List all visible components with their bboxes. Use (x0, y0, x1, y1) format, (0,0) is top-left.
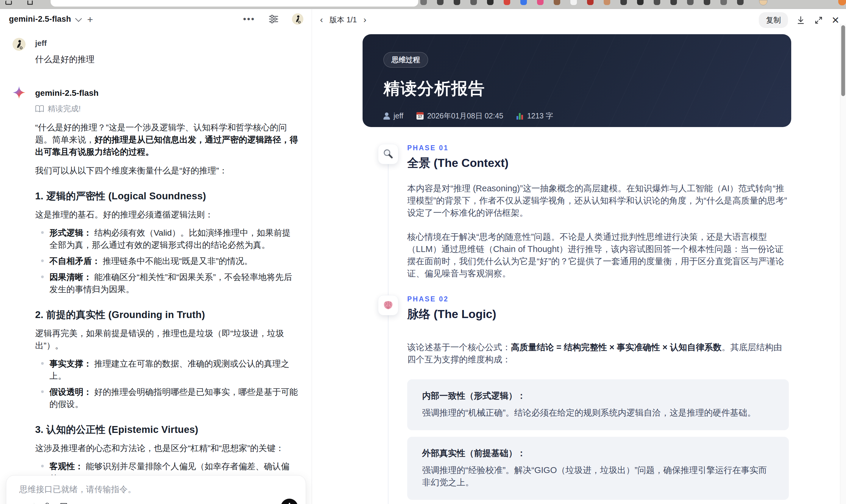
extension-icon[interactable] (504, 0, 510, 5)
tune-sliders-icon[interactable] (268, 14, 279, 24)
user-avatar[interactable] (292, 13, 303, 25)
extension-icon[interactable] (554, 0, 560, 5)
address-bar[interactable] (51, 0, 418, 6)
report-meta: jeff 2026年01月08日 02:45 1213 字 (383, 111, 770, 121)
extension-icon[interactable] (737, 0, 744, 5)
copy-button[interactable]: 复制 (759, 12, 788, 28)
report-badge: 思维过程 (383, 52, 428, 68)
close-icon[interactable]: ✕ (831, 15, 840, 26)
phase-timeline: PHASE 01 全景 (The Context) 本内容是对“推理 (Reas… (363, 144, 791, 504)
document-panel: ‹ 版本 1/1 › 复制 (312, 9, 846, 504)
list-item: 不自相矛盾： 推理链条中不能出现“既是又非”的情况。 (35, 255, 298, 267)
list-item: 事实支撑： 推理建立在可靠的数据、准确的观测或公认的真理之上。 (35, 358, 298, 382)
browser-nav-icon[interactable] (5, 1, 12, 5)
extension-icon[interactable] (687, 0, 693, 5)
phase-title: 全景 (The Context) (407, 155, 791, 171)
phase-section-1: PHASE 01 全景 (The Context) 本内容是对“推理 (Reas… (363, 144, 791, 280)
user-message-text: 什么是好的推理 (35, 53, 298, 66)
version-next-icon[interactable]: › (364, 15, 367, 25)
phase-paragraph: 本内容是对“推理 (Reasoning)”这一抽象概念的高层建模。在知识爆炸与人… (407, 182, 789, 219)
chat-panel: gemini-2.5-flash + ••• (0, 9, 312, 504)
assistant-status-text: 精读完成! (48, 103, 81, 115)
composer-placeholder: 思维接口已就绪，请传输指令。 (19, 484, 306, 495)
version-navigator: ‹ 版本 1/1 › (320, 15, 367, 25)
voice-input-button[interactable] (281, 499, 298, 504)
dimension-card-2: 外部真实性（前提基础）： 强调推理的“经验校准”。解决“GIGO（垃圾进，垃圾出… (407, 437, 789, 500)
section-intro-3: 这涉及推理者的心态和方法论，也是区分“杠精”和“思想家”的关键： (35, 442, 298, 454)
section-heading-3: 3. 认知的公正性 (Epistemic Virtues) (35, 424, 298, 436)
open-book-icon (35, 105, 44, 113)
brain-icon (378, 295, 398, 316)
sparkle-diamonds-icon[interactable] (42, 503, 52, 504)
extension-icon[interactable] (720, 0, 727, 5)
section-heading-2: 2. 前提的真实性 (Grounding in Truth) (35, 308, 298, 321)
extension-icon[interactable] (537, 0, 544, 5)
new-chat-button[interactable]: + (87, 15, 93, 24)
phase-paragraph: 核心情境在于解决“思考的随意性”问题。不论是人类通过批判性思维进行决策，还是大语… (407, 231, 789, 280)
section-heading-1: 1. 逻辑的严密性 (Logical Soundness) (35, 190, 298, 202)
meta-date: 2026年01月08日 02:45 (417, 111, 504, 121)
phase-title: 脉络 (The Logic) (407, 306, 791, 322)
extension-icon-orange[interactable] (838, 0, 846, 5)
more-options-icon[interactable]: ••• (243, 14, 255, 24)
extension-icon[interactable] (620, 0, 627, 5)
scrollbar-track[interactable] (840, 24, 846, 504)
composer[interactable]: 思维接口已就绪，请传输指令。 + (6, 475, 306, 504)
extension-icon[interactable] (454, 0, 460, 5)
chat-scroll-area[interactable]: jeff 什么是好的推理 (0, 37, 312, 504)
magnifier-icon (378, 144, 398, 164)
model-selector[interactable]: gemini-2.5-flash + (9, 15, 93, 24)
chevron-down-icon (75, 15, 82, 22)
phase-label: PHASE 01 (407, 144, 791, 152)
document-body: 思维过程 精读分析报告 jeff 2026年01月08日 02:45 (363, 34, 791, 504)
section-intro-1: 这是推理的基石。好的推理必须遵循逻辑法则： (35, 209, 298, 221)
extension-icon[interactable] (420, 0, 427, 5)
divider (34, 503, 34, 504)
jeff-avatar (13, 38, 25, 51)
extension-strip[interactable] (420, 0, 744, 5)
bullet-list-2: 事实支撑： 推理建立在可靠的数据、准确的观测或公认的真理之上。 假设透明： 好的… (35, 358, 298, 410)
browser-apps-icon[interactable] (28, 1, 33, 5)
attach-plus-icon[interactable]: + (19, 503, 26, 504)
report-hero-card: 思维过程 精读分析报告 jeff 2026年01月08日 02:45 (363, 34, 791, 127)
version-label: 版本 1/1 (330, 15, 357, 25)
scrollbar-thumb[interactable] (841, 25, 845, 96)
fullscreen-expand-icon[interactable] (814, 15, 824, 25)
person-icon (383, 112, 390, 120)
extension-icon[interactable] (654, 0, 660, 5)
phase-label: PHASE 02 (407, 295, 791, 303)
extension-icon[interactable] (470, 0, 477, 5)
extension-icon[interactable] (437, 0, 443, 5)
extension-icon[interactable] (587, 0, 594, 5)
version-prev-icon[interactable]: ‹ (320, 15, 323, 25)
assistant-name: gemini-2.5-flash (35, 87, 99, 99)
bookmark-icon[interactable] (60, 503, 70, 504)
extension-icon[interactable] (520, 0, 527, 5)
extension-icon[interactable] (487, 0, 494, 5)
bullet-list-1: 形式逻辑： 结构必须有效（Valid）。比如演绎推理中，如果前提全部为真，那么通… (35, 227, 298, 295)
calendar-icon (417, 112, 424, 120)
extension-icon[interactable] (604, 0, 610, 5)
app-window: gemini-2.5-flash + ••• (0, 9, 846, 504)
phase-section-2: PHASE 02 脉络 (The Logic) 该论述基于一个核心公式：高质量结… (363, 295, 791, 504)
gemini-star-icon (13, 86, 25, 99)
download-icon[interactable] (796, 15, 806, 25)
phase-formula: 该论述基于一个核心公式：高质量结论 = 结构完整性 × 事实准确性 × 认知自律… (407, 341, 789, 366)
extension-icon[interactable] (570, 0, 577, 5)
section-intro-2: 逻辑再完美，如果前提是错误的，推理也是垃圾（即“垃圾进，垃圾出”）。 (35, 327, 298, 352)
meta-author: jeff (383, 112, 403, 120)
extension-icon[interactable] (637, 0, 644, 5)
browser-profile-avatar[interactable] (759, 0, 768, 5)
browser-toolbar (0, 0, 846, 9)
extension-icon[interactable] (704, 0, 710, 5)
assistant-lead: 我们可以从以下四个维度来衡量什么是“好的推理”： (35, 164, 298, 177)
list-item: 形式逻辑： 结构必须有效（Valid）。比如演绎推理中，如果前提全部为真，那么通… (35, 227, 298, 251)
assistant-header: gemini-2.5-flash (35, 87, 298, 99)
report-title: 精读分析报告 (383, 78, 770, 100)
bar-chart-icon (516, 112, 524, 120)
dimension-card-1: 内部一致性（形式逻辑）： 强调推理的“机械正确”。结论必须在给定的规则系统内逻辑… (407, 379, 789, 430)
screen: gemini-2.5-flash + ••• (0, 0, 846, 504)
extension-icon[interactable] (670, 0, 677, 5)
document-header: ‹ 版本 1/1 › 复制 (312, 9, 846, 31)
chat-header: gemini-2.5-flash + ••• (0, 9, 312, 33)
